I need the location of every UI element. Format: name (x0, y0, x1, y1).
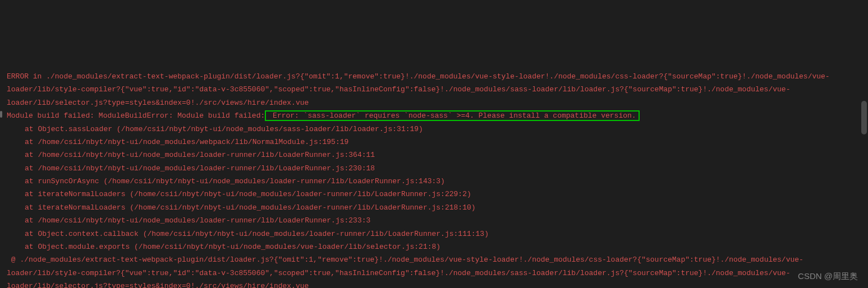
panel-drag-handle-icon[interactable] (0, 111, 2, 118)
at-chain-line: @ ./node_modules/extract-text-webpack-pl… (7, 253, 861, 288)
scrollbar-thumb[interactable] (861, 101, 867, 134)
watermark-text: CSDN @周里奥 (798, 268, 858, 284)
stack-trace-line: at /home/csii/nbyt/nbyt-ui/node_modules/… (7, 148, 861, 161)
stack-trace-line: at Object.context.callback (/home/csii/n… (7, 227, 861, 240)
stack-trace-line: at Object.module.exports (/home/csii/nby… (7, 240, 861, 253)
module-build-failed-line: Module build failed: ModuleBuildError: M… (7, 110, 640, 121)
stack-trace-line: at /home/csii/nbyt/nbyt-ui/node_modules/… (7, 162, 861, 175)
stack-trace-line: at iterateNormalLoaders (/home/csii/nbyt… (7, 201, 861, 214)
highlighted-error-message: Error: `sass-loader` requires `node-sass… (265, 110, 639, 121)
stack-trace-line: at /home/csii/nbyt/nbyt-ui/node_modules/… (7, 214, 861, 227)
stack-trace-line: at Object.sassLoader (/home/csii/nbyt/nb… (7, 123, 861, 136)
module-failed-prefix: Module build failed: ModuleBuildError: M… (7, 112, 265, 120)
stack-trace-line: at /home/csii/nbyt/nbyt-ui/node_modules/… (7, 136, 861, 148)
stack-trace-line: at iterateNormalLoaders (/home/csii/nbyt… (7, 188, 861, 201)
scrollbar-track (860, 0, 868, 288)
stack-trace-line: at runSyncOrAsync (/home/csii/nbyt/nbyt-… (7, 175, 861, 188)
error-header: ERROR in ./node_modules/extract-text-web… (7, 70, 861, 109)
terminal-error-output: ERROR in ./node_modules/extract-text-web… (7, 57, 861, 288)
